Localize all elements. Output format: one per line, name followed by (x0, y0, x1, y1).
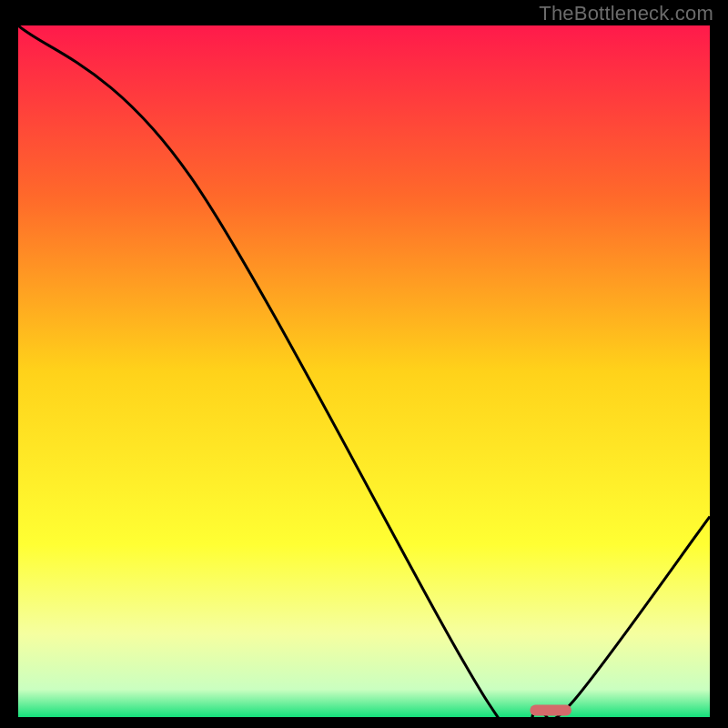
plot-area (18, 25, 710, 717)
gradient-background (18, 25, 710, 717)
optimal-marker (530, 704, 571, 715)
bottleneck-chart (18, 25, 710, 717)
chart-frame: TheBottleneck.com (0, 0, 728, 728)
watermark-text: TheBottleneck.com (539, 2, 713, 25)
